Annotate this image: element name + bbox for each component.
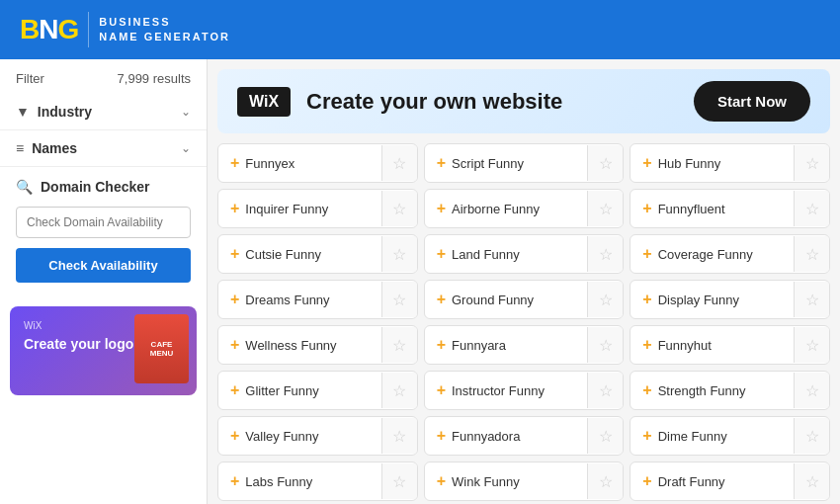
star-button[interactable]: ☆ xyxy=(381,145,417,181)
name-cell: +Dime Funny☆ xyxy=(630,416,830,456)
plus-icon: + xyxy=(230,472,239,490)
star-button[interactable]: ☆ xyxy=(587,145,623,181)
name-cell-main[interactable]: +Strength Funny xyxy=(630,372,794,409)
name-cell: +Cutsie Funny☆ xyxy=(217,234,418,274)
content-area: WiX Create your own website Start Now +F… xyxy=(208,59,840,504)
filter-label: Filter xyxy=(16,71,44,86)
lines-icon: ≡ xyxy=(16,140,24,156)
sidebar-wix-ad[interactable]: WiX Create your logo today CAFE MENU xyxy=(10,306,197,395)
sidebar: Filter 7,999 results ▼ Industry ⌄ ≡ Name… xyxy=(0,59,208,504)
name-cell-main[interactable]: +Dreams Funny xyxy=(218,281,381,318)
star-button[interactable]: ☆ xyxy=(587,282,623,317)
name-cell-main[interactable]: +Script Funny xyxy=(425,144,588,182)
plus-icon: + xyxy=(642,291,651,308)
name-cell-main[interactable]: +Glitter Funny xyxy=(218,372,381,409)
name-cell-main[interactable]: +Airborne Funny xyxy=(425,190,588,227)
name-text: Funnyadora xyxy=(452,429,520,444)
name-text: Strength Funny xyxy=(658,383,746,398)
name-cell: +Dreams Funny☆ xyxy=(217,280,418,319)
name-text: Dreams Funny xyxy=(245,293,329,307)
name-cell-main[interactable]: +Inquirer Funny xyxy=(218,190,381,227)
name-cell-main[interactable]: +Coverage Funny xyxy=(630,235,794,273)
sidebar-item-industry[interactable]: ▼ Industry ⌄ xyxy=(0,94,207,130)
name-cell: +Funnyadora☆ xyxy=(424,416,625,456)
name-cell: +Display Funny☆ xyxy=(630,280,830,319)
name-cell-main[interactable]: +Hub Funny xyxy=(630,144,794,182)
start-now-button[interactable]: Start Now xyxy=(694,81,810,122)
name-text: Funnyara xyxy=(452,338,506,353)
name-text: Labs Funny xyxy=(245,474,312,489)
star-button[interactable]: ☆ xyxy=(587,327,623,363)
star-button[interactable]: ☆ xyxy=(794,418,829,454)
star-button[interactable]: ☆ xyxy=(381,191,417,226)
name-cell-main[interactable]: +Labs Funny xyxy=(218,462,381,500)
name-cell: +Ground Funny☆ xyxy=(424,280,625,319)
name-cell-main[interactable]: +Valley Funny xyxy=(218,417,381,455)
star-button[interactable]: ☆ xyxy=(381,418,417,454)
star-button[interactable]: ☆ xyxy=(794,373,829,408)
name-grid: +Funnyex☆+Script Funny☆+Hub Funny☆+Inqui… xyxy=(217,143,830,501)
sidebar-ad-image: CAFE MENU xyxy=(134,314,189,383)
star-button[interactable]: ☆ xyxy=(381,236,417,272)
name-text: Wellness Funny xyxy=(245,338,336,353)
chevron-down-icon-2: ⌄ xyxy=(181,141,191,155)
name-cell-main[interactable]: +Funnyfluent xyxy=(630,190,794,227)
name-cell-main[interactable]: +Dime Funny xyxy=(630,417,794,455)
name-text: Inquirer Funny xyxy=(245,202,328,216)
name-text: Valley Funny xyxy=(245,429,318,444)
filter-header: Filter 7,999 results xyxy=(0,59,207,94)
plus-icon: + xyxy=(642,427,651,445)
name-cell-main[interactable]: +Funnyhut xyxy=(630,326,794,364)
name-text: Display Funny xyxy=(658,293,739,307)
name-cell-main[interactable]: +Wink Funny xyxy=(425,462,588,500)
name-cell-main[interactable]: +Funnyex xyxy=(218,144,381,182)
plus-icon: + xyxy=(230,154,239,172)
name-text: Funnyhut xyxy=(658,338,712,353)
star-button[interactable]: ☆ xyxy=(794,191,829,226)
name-cell-main[interactable]: +Draft Funny xyxy=(630,462,794,500)
plus-icon: + xyxy=(230,381,239,399)
star-button[interactable]: ☆ xyxy=(381,463,417,499)
star-button[interactable]: ☆ xyxy=(587,463,623,499)
plus-icon: + xyxy=(437,336,446,354)
name-cell-main[interactable]: +Instructor Funny xyxy=(425,372,588,409)
domain-checker-title: 🔍 Domain Checker xyxy=(16,179,191,195)
star-button[interactable]: ☆ xyxy=(587,418,623,454)
star-button[interactable]: ☆ xyxy=(587,373,623,408)
name-text: Cutsie Funny xyxy=(245,247,321,262)
plus-icon: + xyxy=(230,336,239,354)
check-availability-button[interactable]: Check Availability xyxy=(16,248,191,283)
star-button[interactable]: ☆ xyxy=(794,145,829,181)
star-button[interactable]: ☆ xyxy=(381,373,417,408)
industry-label: Industry xyxy=(38,104,92,120)
names-label: Names xyxy=(32,140,77,156)
plus-icon: + xyxy=(642,336,651,354)
name-cell-main[interactable]: +Display Funny xyxy=(630,281,794,318)
logo-divider xyxy=(88,12,89,47)
name-cell: +Airborne Funny☆ xyxy=(424,189,625,228)
name-text: Dime Funny xyxy=(658,429,727,444)
plus-icon: + xyxy=(230,245,239,263)
star-button[interactable]: ☆ xyxy=(794,327,829,363)
name-cell-main[interactable]: +Funnyara xyxy=(425,326,588,364)
star-button[interactable]: ☆ xyxy=(794,236,829,272)
star-button[interactable]: ☆ xyxy=(587,191,623,226)
wix-banner[interactable]: WiX Create your own website Start Now xyxy=(217,69,830,133)
name-cell-main[interactable]: +Ground Funny xyxy=(425,281,588,318)
sidebar-item-names[interactable]: ≡ Names ⌄ xyxy=(0,130,207,167)
star-button[interactable]: ☆ xyxy=(794,463,829,499)
name-cell-main[interactable]: +Land Funny xyxy=(425,235,588,273)
star-button[interactable]: ☆ xyxy=(381,327,417,363)
name-cell: +Funnyex☆ xyxy=(217,143,418,183)
star-button[interactable]: ☆ xyxy=(794,282,829,317)
name-cell-main[interactable]: +Funnyadora xyxy=(425,417,588,455)
plus-icon: + xyxy=(642,245,651,263)
name-cell-main[interactable]: +Wellness Funny xyxy=(218,326,381,364)
star-button[interactable]: ☆ xyxy=(587,236,623,272)
star-button[interactable]: ☆ xyxy=(381,282,417,317)
name-cell-main[interactable]: +Cutsie Funny xyxy=(218,235,381,273)
main-layout: Filter 7,999 results ▼ Industry ⌄ ≡ Name… xyxy=(0,59,840,504)
name-text: Ground Funny xyxy=(452,293,534,307)
plus-icon: + xyxy=(642,154,651,172)
domain-input[interactable] xyxy=(16,207,191,238)
